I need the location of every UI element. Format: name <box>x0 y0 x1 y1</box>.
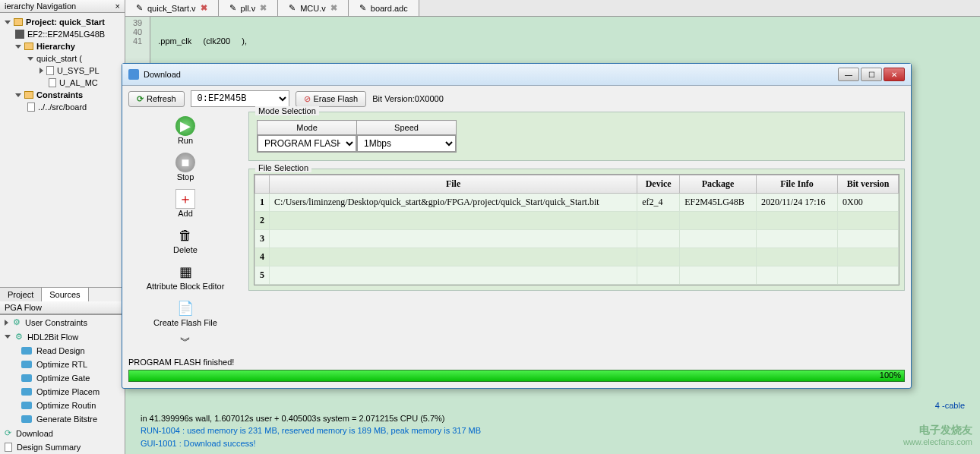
tree-hierarchy[interactable]: Hierarchy <box>2 40 123 52</box>
attribute-block-editor-button[interactable]: ▦Attribute Block Editor <box>147 262 225 291</box>
tree-constraints[interactable]: Constraints <box>2 89 123 101</box>
maximize-button[interactable]: ☐ <box>861 68 882 81</box>
close-button[interactable]: ✕ <box>884 68 905 81</box>
table-row[interactable]: 5 <box>255 266 899 285</box>
play-icon: ▶ <box>175 116 195 136</box>
sidebar: ierarchy Navigation × Project: quick_Sta… <box>0 0 125 454</box>
add-button[interactable]: ＋Add <box>175 189 195 218</box>
file-selection-group: File Selection File Device Package File … <box>248 169 905 291</box>
dialog-title: Download <box>144 70 181 79</box>
flow-opt-gate[interactable]: Optimize Gate <box>0 371 125 385</box>
refresh-icon: ⟳ <box>137 94 144 104</box>
col-bitv[interactable]: Bit version <box>838 175 899 194</box>
flow-panel-header: PGA Flow <box>0 301 125 314</box>
flash-icon: 📄 <box>175 298 195 318</box>
erase-icon: ⊘ <box>304 94 311 104</box>
file-icon <box>5 443 12 452</box>
file-icon <box>49 78 56 87</box>
progress-percent: 100% <box>880 370 901 380</box>
file-table-scroll[interactable]: File Device Package File Info Bit versio… <box>254 174 899 285</box>
editor-tab[interactable]: ✎MCU.v✖ <box>278 0 349 16</box>
flow-read-design[interactable]: Read Design <box>0 344 125 358</box>
expand-icon[interactable] <box>15 93 21 97</box>
trash-icon: 🗑 <box>175 225 195 245</box>
console-line: in 41.399996s wall, 1.607012s user + 0.4… <box>141 412 965 425</box>
col-device[interactable]: Device <box>637 175 680 194</box>
sidebar-tabs: Project Sources <box>0 287 125 301</box>
tab-sources[interactable]: Sources <box>42 288 88 301</box>
status-text: PROGRAM FLASH finished! <box>128 358 234 367</box>
expand-icon[interactable] <box>5 320 8 326</box>
editor-tab[interactable]: ✎pll.v✖ <box>219 0 279 16</box>
tree-top-module[interactable]: quick_start ( <box>2 52 123 65</box>
flow-user-constraints[interactable]: ⚙User Constraints <box>0 315 125 329</box>
flow-download[interactable]: ⟳Download <box>0 426 125 440</box>
tree-project-root[interactable]: Project: quick_Start <box>2 16 123 28</box>
expand-icon[interactable] <box>5 335 11 339</box>
tree-device[interactable]: EF2::EF2M45LG48B <box>2 28 123 40</box>
dialog-toolbar: ⟳Refresh 0:EF2M45B ⊘Erase Flash Bit Vers… <box>122 86 911 112</box>
refresh-button[interactable]: ⟳Refresh <box>128 91 185 107</box>
flow-gen-bit[interactable]: Generate Bitstre <box>0 412 125 426</box>
close-icon[interactable]: ✖ <box>330 3 337 13</box>
flow-summary[interactable]: Design Summary <box>0 440 125 454</box>
expand-icon[interactable] <box>5 20 11 24</box>
tab-project[interactable]: Project <box>0 288 42 301</box>
table-row[interactable]: 4 <box>255 248 899 266</box>
run-button[interactable]: ▶Run <box>175 116 195 145</box>
editor-tab[interactable]: ✎quick_Start.v✖ <box>125 0 219 16</box>
flow-hdl2bit[interactable]: ⚙HDL2Bit Flow <box>0 329 125 344</box>
folder-icon <box>24 43 33 50</box>
speed-header: Speed <box>357 121 457 135</box>
mode-select[interactable]: PROGRAM FLASH <box>258 135 356 152</box>
hierarchy-panel-header: ierarchy Navigation × <box>0 0 125 13</box>
step-icon <box>21 361 32 368</box>
stop-icon: ■ <box>175 153 195 172</box>
folder-icon <box>14 18 23 26</box>
table-row[interactable]: 1 C:/Users/liminzeng/Desktop/quick_start… <box>255 194 899 212</box>
gear-icon: ⚙ <box>15 332 23 342</box>
expand-icon[interactable] <box>15 45 21 49</box>
minimize-button[interactable]: — <box>838 68 859 81</box>
create-flash-file-button[interactable]: 📄Create Flash File <box>153 298 217 327</box>
mode-table: ModeSpeed PROGRAM FLASH 1Mbps <box>257 120 457 153</box>
close-icon[interactable]: × <box>115 2 120 11</box>
gear-icon: ⟳ <box>5 428 11 438</box>
collapse-icon[interactable] <box>40 68 43 74</box>
wand-icon: ✎ <box>289 3 296 13</box>
erase-flash-button[interactable]: ⊘Erase Flash <box>296 91 367 107</box>
wand-icon: ✎ <box>229 3 236 13</box>
col-file[interactable]: File <box>270 175 637 194</box>
col-package[interactable]: Package <box>680 175 757 194</box>
step-icon <box>21 347 32 355</box>
mode-header: Mode <box>258 121 357 135</box>
gear-icon: ⚙ <box>13 317 21 327</box>
watermark: 电子发烧友 www.elecfans.com <box>903 424 972 446</box>
tree-child[interactable]: U_AL_MC <box>2 77 123 89</box>
chevron-down-icon[interactable]: ︾ <box>180 335 191 348</box>
tree-constraint-file[interactable]: ../../src/board <box>2 101 123 113</box>
flow-opt-route[interactable]: Optimize Routin <box>0 399 125 412</box>
delete-button[interactable]: 🗑Delete <box>173 225 198 254</box>
step-icon <box>21 388 32 396</box>
dialog-tool-column: ▶Run ■Stop ＋Add 🗑Delete ▦Attribute Block… <box>128 112 242 348</box>
device-select[interactable]: 0:EF2M45B <box>191 90 289 107</box>
console-line: GUI-1001 : Download success! <box>141 437 965 450</box>
table-row[interactable]: 3 <box>255 230 899 248</box>
close-icon[interactable]: ✖ <box>201 3 207 13</box>
chip-icon <box>15 30 24 39</box>
dialog-titlebar[interactable]: Download — ☐ ✕ <box>122 64 911 86</box>
progress-bar: 100% <box>128 370 905 382</box>
flow-opt-rtl[interactable]: Optimize RTL <box>0 358 125 371</box>
table-row[interactable]: 2 <box>255 212 899 230</box>
speed-select[interactable]: 1Mbps <box>357 135 456 152</box>
hierarchy-title: ierarchy Navigation <box>5 2 76 11</box>
file-icon <box>27 102 35 112</box>
close-icon[interactable]: ✖ <box>260 3 267 13</box>
col-info[interactable]: File Info <box>756 175 837 194</box>
expand-icon[interactable] <box>27 57 33 61</box>
stop-button[interactable]: ■Stop <box>175 153 195 181</box>
tree-child[interactable]: U_SYS_PL <box>2 65 123 77</box>
editor-tab[interactable]: ✎board.adc <box>349 0 419 16</box>
flow-opt-place[interactable]: Optimize Placem <box>0 385 125 399</box>
